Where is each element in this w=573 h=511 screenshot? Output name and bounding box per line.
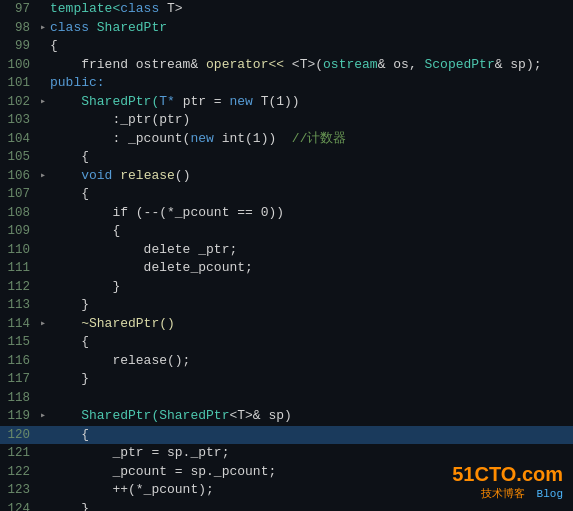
code-token: ostream bbox=[323, 57, 378, 72]
code-line: 103 :_ptr(ptr) bbox=[0, 111, 573, 130]
code-token: { bbox=[50, 223, 120, 238]
code-content: friend ostream& operator<< <T>(ostream& … bbox=[48, 56, 573, 75]
fold-marker: ▸ bbox=[38, 19, 48, 38]
line-number: 112 bbox=[0, 278, 38, 297]
code-token: SharedPtr bbox=[89, 20, 167, 35]
line-number: 117 bbox=[0, 370, 38, 389]
code-content: delete_pcount; bbox=[48, 259, 573, 278]
line-number: 124 bbox=[0, 500, 38, 512]
code-line: 99{ bbox=[0, 37, 573, 56]
code-content: { bbox=[48, 148, 573, 167]
code-token: { bbox=[50, 186, 89, 201]
code-line: 109 { bbox=[0, 222, 573, 241]
watermark-main: 51CTO.com bbox=[452, 463, 563, 486]
code-token: { bbox=[50, 38, 58, 53]
code-content: { bbox=[48, 222, 573, 241]
code-content: SharedPtr(SharedPtr<T>& sp) bbox=[48, 407, 573, 426]
code-token: { bbox=[50, 149, 89, 164]
line-number: 119 bbox=[0, 407, 38, 426]
code-content: ~SharedPtr() bbox=[48, 315, 573, 334]
code-content: if (--(*_pcount == 0)) bbox=[48, 204, 573, 223]
code-line: 102▸ SharedPtr(T* ptr = new T(1)) bbox=[0, 93, 573, 112]
code-line: 97template<class T> bbox=[0, 0, 573, 19]
code-token: T> bbox=[159, 1, 182, 16]
code-content: } bbox=[48, 500, 573, 512]
code-token: T(1)) bbox=[253, 94, 300, 109]
code-token: operator<< bbox=[206, 57, 284, 72]
code-line: 110 delete _ptr; bbox=[0, 241, 573, 260]
line-number: 101 bbox=[0, 74, 38, 93]
code-token: public: bbox=[50, 75, 105, 90]
code-token: delete _ptr; bbox=[50, 242, 237, 257]
line-number: 99 bbox=[0, 37, 38, 56]
code-content: delete _ptr; bbox=[48, 241, 573, 260]
line-number: 106 bbox=[0, 167, 38, 186]
fold-marker: ▸ bbox=[38, 93, 48, 112]
code-line: 114▸ ~SharedPtr() bbox=[0, 315, 573, 334]
code-line: 116 release(); bbox=[0, 352, 573, 371]
line-number: 105 bbox=[0, 148, 38, 167]
code-token: :_ptr(ptr) bbox=[50, 112, 190, 127]
line-number: 118 bbox=[0, 389, 38, 408]
line-number: 110 bbox=[0, 241, 38, 260]
code-content: : _pcount(new int(1)) //计数器 bbox=[48, 130, 573, 149]
watermark-blog: Blog bbox=[537, 488, 563, 500]
code-line: 107 { bbox=[0, 185, 573, 204]
code-token: ptr = bbox=[175, 94, 230, 109]
line-number: 108 bbox=[0, 204, 38, 223]
line-number: 116 bbox=[0, 352, 38, 371]
line-number: 111 bbox=[0, 259, 38, 278]
code-content: { bbox=[48, 426, 573, 445]
code-line: 119▸ SharedPtr(SharedPtr<T>& sp) bbox=[0, 407, 573, 426]
line-number: 100 bbox=[0, 56, 38, 75]
code-token: _ptr = sp._ptr; bbox=[50, 445, 229, 460]
line-number: 102 bbox=[0, 93, 38, 112]
code-content: SharedPtr(T* ptr = new T(1)) bbox=[48, 93, 573, 112]
code-line: 115 { bbox=[0, 333, 573, 352]
line-number: 121 bbox=[0, 444, 38, 463]
code-content: class SharedPtr bbox=[48, 19, 573, 38]
code-token: template< bbox=[50, 1, 120, 16]
code-line: 108 if (--(*_pcount == 0)) bbox=[0, 204, 573, 223]
watermark-sub: 技术博客 bbox=[481, 487, 525, 499]
code-token: T* bbox=[159, 94, 175, 109]
code-content: } bbox=[48, 278, 573, 297]
code-content: { bbox=[48, 185, 573, 204]
code-token: & sp); bbox=[495, 57, 542, 72]
code-line: 112 } bbox=[0, 278, 573, 297]
line-number: 97 bbox=[0, 0, 38, 19]
code-content: _ptr = sp._ptr; bbox=[48, 444, 573, 463]
watermark: 51CTO.com 技术博客 Blog bbox=[452, 463, 563, 501]
line-number: 113 bbox=[0, 296, 38, 315]
line-number: 103 bbox=[0, 111, 38, 130]
code-token: SharedPtr( bbox=[50, 408, 159, 423]
code-token: //计数器 bbox=[292, 131, 347, 146]
code-content: } bbox=[48, 296, 573, 315]
code-token: () bbox=[175, 168, 191, 183]
code-token: release(); bbox=[50, 353, 190, 368]
code-token: : _pcount( bbox=[50, 131, 190, 146]
line-number: 98 bbox=[0, 19, 38, 38]
code-content: :_ptr(ptr) bbox=[48, 111, 573, 130]
line-number: 122 bbox=[0, 463, 38, 482]
code-block: 97template<class T>98▸class SharedPtr99{… bbox=[0, 0, 573, 511]
code-line: 104 : _pcount(new int(1)) //计数器 bbox=[0, 130, 573, 149]
code-line: 121 _ptr = sp._ptr; bbox=[0, 444, 573, 463]
code-token: & os, bbox=[378, 57, 425, 72]
code-token: release bbox=[120, 168, 175, 183]
code-line: 98▸class SharedPtr bbox=[0, 19, 573, 38]
code-token: new bbox=[190, 131, 213, 146]
code-token: ++(*_pcount); bbox=[50, 482, 214, 497]
code-token: new bbox=[229, 94, 252, 109]
code-line: 120 { bbox=[0, 426, 573, 445]
code-token: int(1)) bbox=[214, 131, 292, 146]
code-line: 118 bbox=[0, 389, 573, 408]
code-token: class bbox=[120, 1, 159, 16]
fold-marker: ▸ bbox=[38, 315, 48, 334]
code-token bbox=[50, 168, 81, 183]
code-token: { bbox=[50, 427, 89, 442]
code-line: 124 } bbox=[0, 500, 573, 512]
code-token: ScopedPtr bbox=[424, 57, 494, 72]
code-line: 113 } bbox=[0, 296, 573, 315]
code-line: 101public: bbox=[0, 74, 573, 93]
